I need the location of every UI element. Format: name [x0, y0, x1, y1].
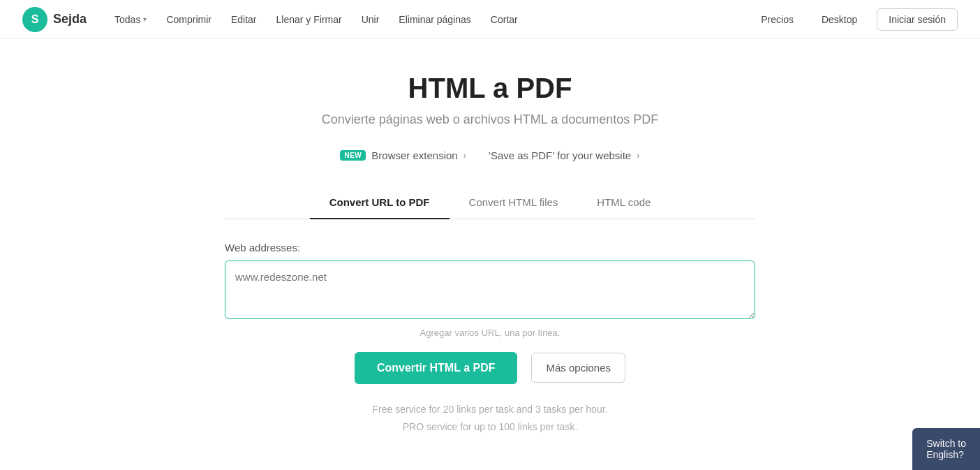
navbar: S Sejda Todas ▾ Comprimir Editar Llenar …: [0, 0, 980, 39]
form-hint: Agregar varios URL, una por línea.: [225, 328, 755, 338]
nav-cortar[interactable]: Cortar: [482, 8, 526, 31]
service-line-2: PRO service for up to 100 links per task…: [225, 418, 755, 436]
navbar-right: Precios Desktop Iniciar sesión: [752, 8, 958, 31]
nav-desktop[interactable]: Desktop: [813, 8, 866, 31]
nav-eliminar-paginas[interactable]: Eliminar páginas: [390, 8, 480, 31]
extension-link-label: Browser extension: [371, 149, 457, 161]
tab-html-code[interactable]: HTML code: [577, 186, 670, 219]
action-row: Convertir HTML a PDF Más opciones: [225, 352, 755, 384]
tab-convert-html-files[interactable]: Convert HTML files: [450, 186, 578, 219]
nav-comprimir[interactable]: Comprimir: [158, 8, 220, 31]
tabs-container: Convert URL to PDF Convert HTML files HT…: [225, 186, 755, 219]
web-addresses-label: Web addresses:: [225, 242, 755, 254]
save-as-pdf-link[interactable]: 'Save as PDF' for your website ›: [489, 149, 639, 161]
convert-button[interactable]: Convertir HTML a PDF: [355, 352, 518, 384]
tab-convert-url[interactable]: Convert URL to PDF: [310, 186, 450, 219]
main-content: HTML a PDF Convierte páginas web o archi…: [211, 39, 769, 464]
chevron-right-icon: ›: [463, 150, 466, 161]
signin-button[interactable]: Iniciar sesión: [877, 8, 958, 31]
url-input[interactable]: [225, 260, 755, 319]
url-form: Web addresses: Agregar varios URL, una p…: [225, 242, 755, 436]
chevron-right-icon-2: ›: [637, 150, 639, 161]
nav-precios[interactable]: Precios: [752, 8, 802, 31]
browser-extension-link[interactable]: NEW Browser extension ›: [340, 149, 466, 161]
chevron-down-icon: ▾: [143, 15, 147, 23]
logo[interactable]: S Sejda: [22, 7, 87, 32]
page-title: HTML a PDF: [225, 73, 755, 104]
more-options-button[interactable]: Más opciones: [531, 353, 625, 383]
switch-language-button[interactable]: Switch toEnglish?: [912, 428, 980, 464]
nav-todas[interactable]: Todas ▾: [106, 8, 155, 31]
nav-unir[interactable]: Unir: [353, 8, 388, 31]
nav-editar[interactable]: Editar: [223, 8, 265, 31]
promo-links: NEW Browser extension › 'Save as PDF' fo…: [225, 149, 755, 161]
nav-llenar-firmar[interactable]: Llenar y Firmar: [268, 8, 350, 31]
save-pdf-label: 'Save as PDF' for your website: [489, 149, 631, 161]
logo-icon: S: [22, 7, 47, 32]
page-subtitle: Convierte páginas web o archivos HTML a …: [225, 112, 755, 127]
service-line-1: Free service for 20 links per task and 3…: [225, 401, 755, 418]
service-notes: Free service for 20 links per task and 3…: [225, 401, 755, 436]
logo-text: Sejda: [53, 12, 87, 27]
new-badge: NEW: [340, 150, 366, 161]
main-nav: Todas ▾ Comprimir Editar Llenar y Firmar…: [106, 8, 752, 31]
